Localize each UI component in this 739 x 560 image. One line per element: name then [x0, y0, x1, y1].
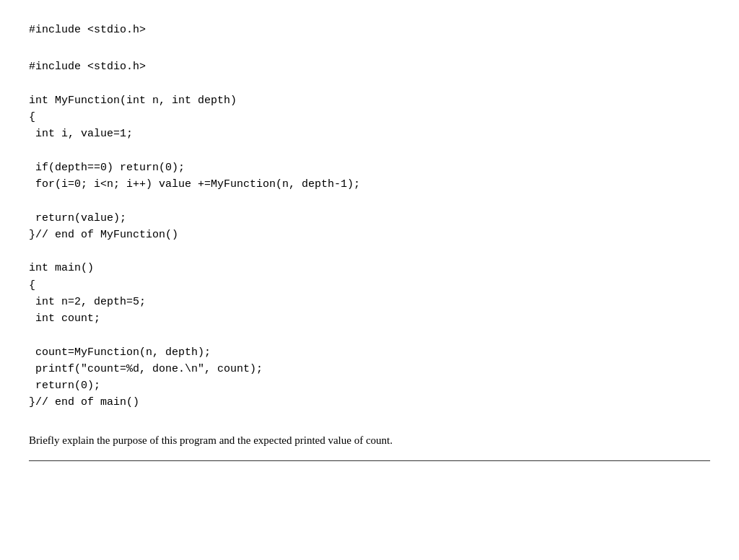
question-text: Briefly explain the purpose of this prog…: [29, 432, 710, 449]
code-block: #include <stdio.h>: [29, 22, 710, 38]
full-code-block: #include <stdio.h> int MyFunction(int n,…: [29, 58, 710, 411]
answer-line: [29, 460, 710, 461]
